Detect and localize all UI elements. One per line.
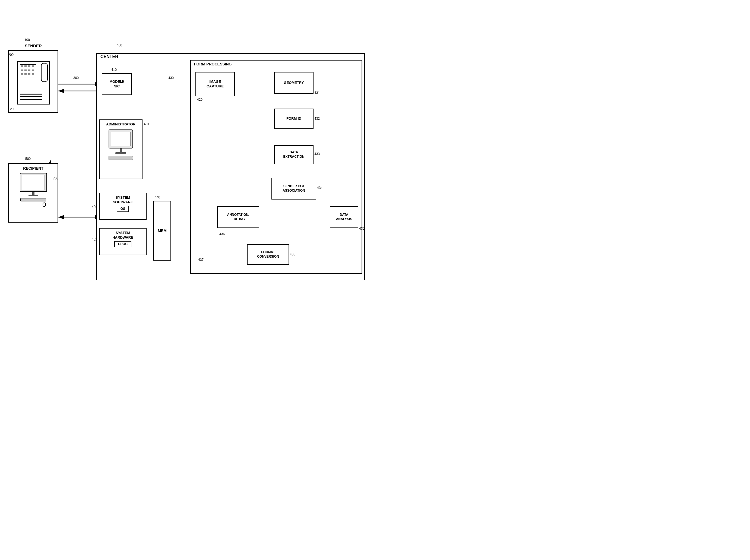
sender-label: SENDER <box>8 43 58 48</box>
geometry-label: GEOMETRY <box>284 81 304 85</box>
geometry-box: GEOMETRY <box>274 72 313 94</box>
mem-box: MEM <box>154 201 171 261</box>
admin-box: ADMINISTRATOR <box>99 119 142 179</box>
data-analysis-label: DATA ANALYSIS <box>336 213 352 221</box>
data-extraction-label: DATA EXTRACTION <box>283 151 305 159</box>
sys-hardware-label: SYSTEM HARDWARE <box>113 231 133 240</box>
sender-ref: 100 <box>24 38 30 42</box>
os-label: OS <box>121 207 125 211</box>
modem-label: MODEM/ NIC <box>109 80 124 89</box>
mem-ref: 440 <box>155 196 160 199</box>
annotation-ref: 436 <box>219 232 225 236</box>
format-conv-ref: 435 <box>290 253 295 256</box>
modem-ref: 410 <box>111 68 117 72</box>
modem-box: MODEM/ NIC <box>102 73 131 95</box>
format-conversion-label: FORMAT CONVERSION <box>257 250 279 259</box>
sender-id-label: SENDER ID & ASSOCIATION <box>283 184 305 193</box>
data-extraction-box: DATA EXTRACTION <box>274 145 313 164</box>
arrow-300-label: 300 <box>73 76 79 80</box>
sys-sw-ref: 406 <box>92 205 97 209</box>
image-capture-label: IMAGE CAPTURE <box>207 80 224 89</box>
handset-ref: 120 <box>8 107 14 111</box>
image-capture-box: IMAGE CAPTURE <box>196 72 235 96</box>
data-analysis-ref: 435 <box>359 227 365 231</box>
sys-software-box: SYSTEM SOFTWARE OS <box>99 193 147 220</box>
proc-inner-box: PROC <box>114 241 131 247</box>
sys-software-label: SYSTEM SOFTWARE <box>113 196 133 205</box>
recipient-ref: 500 <box>25 157 31 161</box>
diagram: SENDER 100 200 120 300 CENTER 400 MODEM/… <box>0 0 374 280</box>
sender-id-ref: 434 <box>317 186 323 190</box>
form-id-label: FORM ID <box>286 117 301 121</box>
form-processing-label: FORM PROCESSING <box>194 62 231 66</box>
annotation-box: ANNOTATION/ EDITING <box>217 206 259 228</box>
format-conversion-box: FORMAT CONVERSION <box>247 244 289 265</box>
annotation-label: ANNOTATION/ EDITING <box>227 213 249 221</box>
mem-label: MEM <box>158 228 167 233</box>
recipient-label: RECIPIENT <box>23 166 43 171</box>
image-capture-ref: 420 <box>197 98 203 101</box>
fax-ref: 200 <box>8 53 14 57</box>
center-ref: 400 <box>117 43 122 47</box>
proc-label: PROC <box>118 242 127 246</box>
os-inner-box: OS <box>117 206 129 212</box>
admin-label: ADMINISTRATOR <box>106 122 136 127</box>
admin-ref: 401 <box>144 122 149 126</box>
sender-box <box>8 50 58 113</box>
sys-hardware-box: SYSTEM HARDWARE PROC <box>99 228 147 255</box>
arrow-700-label: 700 <box>53 177 58 180</box>
sys-hw-ref: 402 <box>92 238 97 241</box>
sender-id-box: SENDER ID & ASSOCIATION <box>271 178 316 200</box>
data-extraction-ref: 433 <box>314 152 320 156</box>
geometry-ref: 431 <box>314 91 320 95</box>
arrow-430-label: 430 <box>168 76 174 80</box>
form-id-ref: 432 <box>314 117 320 121</box>
form-id-box: FORM ID <box>274 108 313 129</box>
data-analysis-box: DATA ANALYSIS <box>330 206 358 228</box>
recipient-box: RECIPIENT <box>8 163 58 223</box>
arrow-437-label: 437 <box>198 258 204 262</box>
center-label: CENTER <box>100 54 118 59</box>
